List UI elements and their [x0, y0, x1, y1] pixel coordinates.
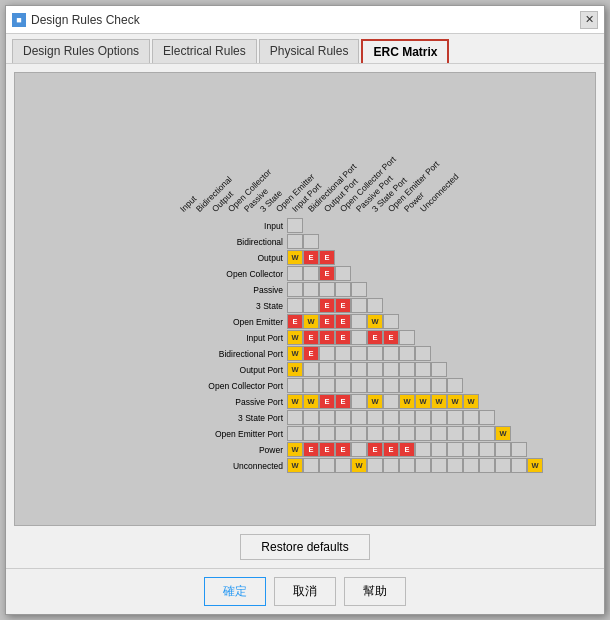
matrix-cell[interactable]	[399, 426, 415, 441]
matrix-cell[interactable]: E	[399, 442, 415, 457]
matrix-cell[interactable]: E	[335, 298, 351, 313]
matrix-cell[interactable]	[399, 346, 415, 361]
matrix-cell[interactable]	[287, 298, 303, 313]
matrix-cell[interactable]	[351, 442, 367, 457]
close-button[interactable]: ✕	[580, 11, 598, 29]
tab-erc-matrix[interactable]: ERC Matrix	[361, 39, 449, 63]
matrix-cell[interactable]	[447, 458, 463, 473]
matrix-cell[interactable]	[447, 378, 463, 393]
matrix-cell[interactable]	[335, 282, 351, 297]
matrix-cell[interactable]	[415, 442, 431, 457]
matrix-cell[interactable]: E	[335, 314, 351, 329]
matrix-cell[interactable]	[303, 410, 319, 425]
matrix-cell[interactable]: E	[383, 442, 399, 457]
matrix-cell[interactable]: E	[367, 442, 383, 457]
matrix-cell[interactable]: E	[319, 298, 335, 313]
matrix-cell[interactable]	[463, 458, 479, 473]
matrix-cell[interactable]	[335, 266, 351, 281]
matrix-cell[interactable]	[415, 362, 431, 377]
matrix-cell[interactable]	[367, 362, 383, 377]
matrix-cell[interactable]	[367, 346, 383, 361]
matrix-cell[interactable]	[431, 458, 447, 473]
matrix-cell[interactable]: E	[303, 346, 319, 361]
matrix-cell[interactable]	[335, 426, 351, 441]
matrix-cell[interactable]: W	[351, 458, 367, 473]
matrix-cell[interactable]	[415, 458, 431, 473]
restore-defaults-button[interactable]: Restore defaults	[240, 534, 369, 560]
matrix-cell[interactable]	[463, 426, 479, 441]
matrix-cell[interactable]	[287, 410, 303, 425]
matrix-cell[interactable]	[383, 394, 399, 409]
matrix-cell[interactable]: W	[303, 314, 319, 329]
matrix-cell[interactable]	[335, 458, 351, 473]
matrix-cell[interactable]: W	[287, 346, 303, 361]
matrix-cell[interactable]: W	[287, 458, 303, 473]
matrix-cell[interactable]	[287, 266, 303, 281]
matrix-cell[interactable]	[303, 298, 319, 313]
matrix-cell[interactable]: W	[287, 442, 303, 457]
matrix-cell[interactable]	[287, 282, 303, 297]
matrix-cell[interactable]	[335, 362, 351, 377]
matrix-cell[interactable]	[479, 458, 495, 473]
matrix-cell[interactable]: E	[319, 250, 335, 265]
matrix-cell[interactable]: E	[335, 442, 351, 457]
matrix-cell[interactable]	[399, 378, 415, 393]
matrix-cell[interactable]: W	[287, 250, 303, 265]
matrix-cell[interactable]	[431, 378, 447, 393]
matrix-cell[interactable]: W	[527, 458, 543, 473]
matrix-cell[interactable]	[351, 362, 367, 377]
matrix-cell[interactable]: W	[463, 394, 479, 409]
matrix-cell[interactable]: E	[319, 314, 335, 329]
matrix-cell[interactable]	[479, 426, 495, 441]
matrix-cell[interactable]: E	[335, 394, 351, 409]
matrix-cell[interactable]	[399, 410, 415, 425]
matrix-cell[interactable]	[399, 362, 415, 377]
matrix-cell[interactable]: E	[287, 314, 303, 329]
matrix-cell[interactable]	[415, 410, 431, 425]
matrix-cell[interactable]: W	[287, 394, 303, 409]
matrix-cell[interactable]: W	[495, 426, 511, 441]
matrix-cell[interactable]	[287, 426, 303, 441]
matrix-cell[interactable]	[303, 362, 319, 377]
matrix-cell[interactable]: E	[319, 330, 335, 345]
matrix-cell[interactable]	[319, 426, 335, 441]
matrix-cell[interactable]	[351, 346, 367, 361]
matrix-cell[interactable]	[351, 298, 367, 313]
matrix-cell[interactable]	[383, 346, 399, 361]
matrix-cell[interactable]: W	[447, 394, 463, 409]
matrix-cell[interactable]	[383, 458, 399, 473]
matrix-cell[interactable]	[351, 410, 367, 425]
matrix-cell[interactable]	[351, 426, 367, 441]
matrix-cell[interactable]	[351, 394, 367, 409]
matrix-cell[interactable]	[447, 442, 463, 457]
matrix-cell[interactable]	[383, 362, 399, 377]
matrix-cell[interactable]	[431, 410, 447, 425]
matrix-cell[interactable]: E	[303, 442, 319, 457]
matrix-cell[interactable]	[383, 426, 399, 441]
matrix-cell[interactable]	[479, 410, 495, 425]
tab-design-rules-options[interactable]: Design Rules Options	[12, 39, 150, 63]
matrix-cell[interactable]	[431, 442, 447, 457]
matrix-cell[interactable]	[383, 378, 399, 393]
matrix-cell[interactable]	[431, 362, 447, 377]
matrix-cell[interactable]	[367, 410, 383, 425]
cancel-button[interactable]: 取消	[274, 577, 336, 606]
matrix-cell[interactable]	[287, 218, 303, 233]
matrix-cell[interactable]	[319, 378, 335, 393]
matrix-cell[interactable]: E	[303, 250, 319, 265]
matrix-cell[interactable]	[367, 458, 383, 473]
matrix-cell[interactable]	[463, 410, 479, 425]
matrix-cell[interactable]	[463, 442, 479, 457]
tab-electrical-rules[interactable]: Electrical Rules	[152, 39, 257, 63]
matrix-cell[interactable]: E	[367, 330, 383, 345]
matrix-cell[interactable]: W	[399, 394, 415, 409]
matrix-cell[interactable]	[367, 298, 383, 313]
matrix-cell[interactable]: W	[415, 394, 431, 409]
matrix-cell[interactable]	[351, 378, 367, 393]
matrix-cell[interactable]: W	[287, 330, 303, 345]
matrix-cell[interactable]	[415, 426, 431, 441]
matrix-cell[interactable]	[303, 378, 319, 393]
matrix-cell[interactable]	[399, 458, 415, 473]
matrix-cell[interactable]	[303, 266, 319, 281]
matrix-cell[interactable]	[447, 426, 463, 441]
